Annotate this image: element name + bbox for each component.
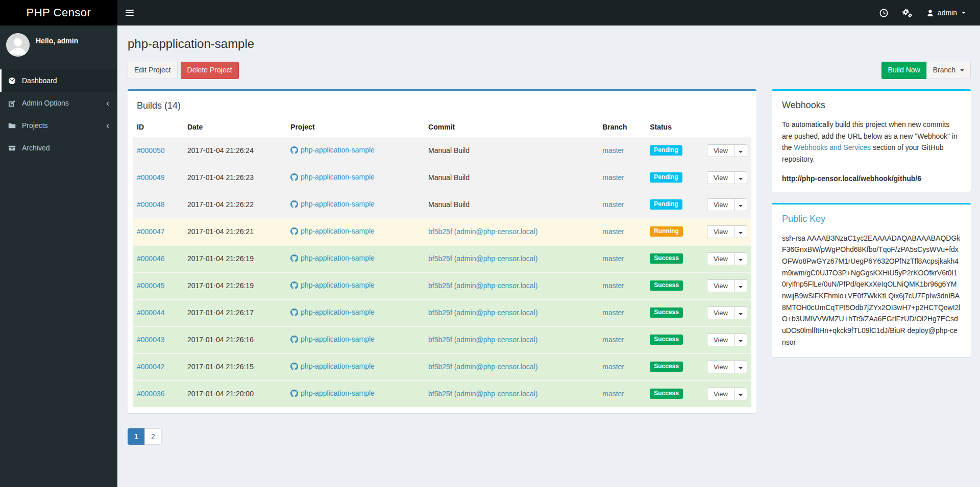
view-button[interactable]: View — [707, 279, 734, 292]
project-link[interactable]: php-application-sample — [290, 308, 375, 316]
branch-link[interactable]: master — [602, 336, 624, 344]
sidebar-item-label: Projects — [22, 121, 48, 130]
build-id-link[interactable]: #000036 — [137, 390, 165, 398]
branch-link[interactable]: master — [602, 200, 624, 209]
caret-down-icon — [739, 340, 743, 342]
project-link[interactable]: php-application-sample — [290, 200, 375, 208]
archive-icon — [8, 144, 22, 152]
project-link[interactable]: php-application-sample — [290, 335, 375, 343]
view-dropdown-toggle[interactable] — [734, 198, 747, 211]
build-queue-button[interactable] — [872, 0, 895, 25]
table-row: #000049 2017-01-04 21:26:23 php-applicat… — [133, 164, 751, 191]
user-menu[interactable]: admin — [919, 0, 973, 25]
project-link[interactable]: php-application-sample — [290, 362, 375, 370]
branch-link[interactable]: master — [602, 281, 624, 290]
view-button[interactable]: View — [707, 334, 734, 346]
builds-panel: Builds (14) ID Date Project Commit Branc… — [128, 89, 756, 413]
sidebar-item-dashboard[interactable]: Dashboard — [0, 69, 117, 92]
view-button[interactable]: View — [707, 306, 734, 319]
commit-link[interactable]: bf5b25f (admin@php-censor.local) — [428, 336, 537, 344]
build-id-link[interactable]: #000047 — [137, 227, 165, 236]
commit-link[interactable]: bf5b25f (admin@php-censor.local) — [428, 363, 537, 371]
project-link[interactable]: php-application-sample — [290, 389, 375, 397]
view-dropdown-toggle[interactable] — [734, 225, 747, 238]
view-dropdown-toggle[interactable] — [734, 171, 747, 184]
table-row: #000050 2017-01-04 21:26:24 php-applicat… — [133, 137, 751, 164]
project-link[interactable]: php-application-sample — [290, 281, 375, 289]
build-id-link[interactable]: #000049 — [137, 173, 165, 182]
view-dropdown-toggle[interactable] — [734, 144, 747, 157]
build-id-link[interactable]: #000042 — [137, 363, 165, 371]
github-icon — [290, 309, 298, 316]
public-key-title: Public Key — [782, 214, 961, 224]
avatar-person-icon — [6, 33, 30, 57]
pagination-page-1[interactable]: 1 — [128, 428, 145, 445]
view-dropdown-toggle[interactable] — [734, 388, 747, 400]
commit-link[interactable]: bf5b25f (admin@php-censor.local) — [428, 227, 537, 236]
edit-project-button[interactable]: Edit Project — [128, 62, 178, 79]
view-button[interactable]: View — [707, 252, 734, 265]
sidebar-item-archived[interactable]: Archived — [0, 137, 117, 159]
commit-link[interactable]: bf5b25f (admin@php-censor.local) — [428, 281, 537, 290]
view-button[interactable]: View — [707, 225, 734, 238]
public-key-box: Public Key ssh-rsa AAAAB3NzaC1yc2EAAAADA… — [772, 203, 971, 357]
view-dropdown-toggle[interactable] — [734, 279, 747, 292]
view-button[interactable]: View — [707, 361, 734, 373]
branch-link[interactable]: master — [602, 227, 624, 236]
build-id-link[interactable]: #000048 — [137, 200, 165, 209]
view-dropdown-toggle[interactable] — [734, 334, 747, 346]
pagination: 12 — [128, 428, 162, 445]
sidebar: Hello, admin Dashboard Admin Options — [0, 25, 117, 487]
column-header-id: ID — [133, 118, 183, 137]
commit-link[interactable]: bf5b25f (admin@php-censor.local) — [428, 390, 537, 398]
avatar — [6, 33, 30, 57]
view-button[interactable]: View — [707, 198, 734, 211]
build-date: 2017-01-04 21:26:16 — [183, 326, 286, 353]
view-button-group: View — [707, 279, 747, 292]
actions-row: Edit Project Delete Project Build Now Br… — [128, 62, 971, 79]
build-now-button[interactable]: Build Now — [881, 62, 927, 79]
view-dropdown-toggle[interactable] — [734, 252, 747, 265]
branch-dropdown-button[interactable]: Branch — [926, 62, 971, 79]
sidebar-item-projects[interactable]: Projects ‹ — [0, 114, 117, 137]
settings-button[interactable] — [895, 0, 919, 25]
branch-link[interactable]: master — [602, 390, 624, 398]
commit-link[interactable]: bf5b25f (admin@php-censor.local) — [428, 254, 537, 263]
view-button[interactable]: View — [707, 144, 734, 157]
view-button[interactable]: View — [707, 388, 734, 400]
webhooks-services-link[interactable]: Webhooks and Services — [794, 143, 871, 151]
brand-logo[interactable]: PHP Censor — [0, 0, 117, 25]
column-header-status: Status — [646, 118, 703, 137]
project-link[interactable]: php-application-sample — [290, 254, 375, 262]
webhooks-box: Webhooks To automatically build this pro… — [772, 89, 971, 192]
project-link[interactable]: php-application-sample — [290, 146, 375, 154]
build-id-link[interactable]: #000043 — [137, 336, 165, 344]
project-link[interactable]: php-application-sample — [290, 227, 375, 235]
view-button-group: View — [707, 361, 747, 373]
branch-link[interactable]: master — [602, 254, 624, 263]
build-id-link[interactable]: #000050 — [137, 146, 165, 155]
commit-link[interactable]: bf5b25f (admin@php-censor.local) — [428, 309, 537, 317]
gears-icon — [902, 9, 912, 17]
view-dropdown-toggle[interactable] — [734, 306, 747, 319]
build-id-link[interactable]: #000044 — [137, 309, 165, 317]
github-icon — [290, 227, 298, 235]
status-badge: Pending — [650, 172, 682, 183]
view-dropdown-toggle[interactable] — [734, 361, 747, 373]
sidebar-item-admin-options[interactable]: Admin Options ‹ — [0, 92, 117, 114]
project-link[interactable]: php-application-sample — [290, 173, 375, 181]
branch-link[interactable]: master — [602, 173, 624, 182]
build-id-link[interactable]: #000046 — [137, 254, 165, 263]
branch-link[interactable]: master — [602, 146, 624, 155]
branch-link[interactable]: master — [602, 309, 624, 317]
branch-link[interactable]: master — [602, 363, 624, 371]
caret-down-icon — [739, 286, 743, 288]
pagination-page-2[interactable]: 2 — [144, 428, 162, 445]
delete-project-button[interactable]: Delete Project — [181, 62, 239, 79]
sidebar-toggle-button[interactable] — [117, 0, 142, 25]
view-button[interactable]: View — [707, 171, 734, 184]
build-id-link[interactable]: #000045 — [137, 281, 165, 290]
status-badge: Success — [650, 389, 683, 399]
build-date: 2017-01-04 21:26:24 — [183, 137, 286, 164]
caret-down-icon — [739, 151, 743, 153]
